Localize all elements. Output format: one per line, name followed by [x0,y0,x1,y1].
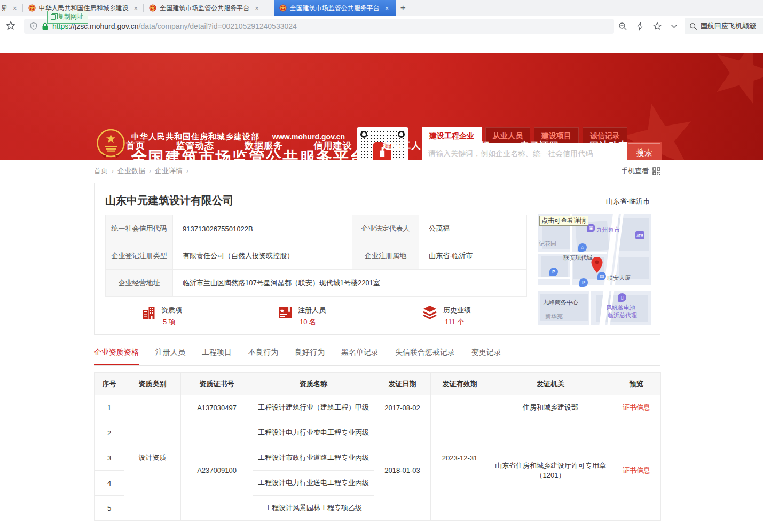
cell-no: 2 [95,420,124,445]
cell-issue-date: 2018-01-03 [374,420,431,521]
certificate-info-link[interactable]: 证书信息 [623,466,650,474]
certificate-info-link[interactable]: 证书信息 [623,403,650,411]
parking-icon: P [579,278,588,287]
browser-tab-active[interactable]: 全国建筑市场监管公共服务平台 × [274,0,396,16]
search-icon [689,22,697,30]
page-content: 首页› 企业数据› 企业详情› 手机查看 山东中元建筑设计有限公司 山东省-临沂… [94,160,660,521]
map-label-battery-1: 风帆蓄电池 [606,304,635,312]
cell-name: 工程设计风景园林工程专项乙级 [253,496,374,521]
emblem-favicon-icon [149,4,156,12]
browser-tab-3[interactable]: 全国建筑市场监管公共服务平台 × [144,0,264,16]
cell-no: 3 [95,445,124,471]
tab-bad-behavior[interactable]: 不良行为 [248,348,278,365]
stat-label: 资质项 [161,306,182,315]
breadcrumb: 首页› 企业数据› 企业详情› 手机查看 [94,160,660,182]
tab-projects[interactable]: 工程项目 [202,348,232,365]
nav-item-workers[interactable]: 建筑工人 [383,139,421,152]
legal-rep-value: 公茂福 [419,215,527,242]
hot-search-box[interactable]: 国航回应飞机颠簸 [685,18,763,34]
map-label-supermarket: 九州超市 [596,226,620,234]
map-tooltip: 点击可查看详情 [539,216,588,226]
bookmark-star-icon[interactable] [5,20,16,31]
copy-url-tooltip: 复制网址 [47,11,88,24]
close-icon[interactable]: × [132,5,138,12]
cell-cert-no: A137030497 [181,395,253,420]
tab-dishonesty[interactable]: 失信联合惩戒记录 [395,348,455,365]
company-card: 山东中元建筑设计有限公司 山东省-临沂市 统一社会信用代码 9137130267… [94,183,660,335]
shield-icon[interactable] [29,22,38,30]
table-row: 1 设计资质 A137030497 工程设计建筑行业（建筑工程）甲级 2017-… [95,395,661,420]
table-header-row: 序号 资质类别 资质证书号 资质名称 发证日期 发证有效期 发证机关 预览 [95,373,661,395]
company-location-pin [591,257,603,273]
cell-authority: 山东省住房和城乡建设厅许可专用章 （1201） [489,420,612,521]
cell-name: 工程设计电力行业送电工程专业丙级 [253,471,374,496]
col-header-authority: 发证机关 [489,373,612,395]
tab-good-behavior[interactable]: 良好行为 [295,348,325,365]
breadcrumb-company-detail[interactable]: 企业详情 [155,166,183,176]
col-header-cert-no: 资质证书号 [181,373,253,395]
chevron-down-icon[interactable] [671,24,678,29]
stat-qualifications[interactable]: 资质项 5 项 [141,305,182,327]
col-header-name: 资质名称 [253,373,374,395]
browser-toolbar: https://jzsc.mohurd.gov.cn/data/company/… [0,16,763,36]
nav-item-e-license[interactable]: 电子证照 [521,139,559,152]
close-icon[interactable]: × [11,5,17,12]
reg-region-label: 企业注册属地 [352,242,419,270]
toolbar-icons [618,19,678,34]
credit-code-value: 91371302675501022B [173,215,352,242]
tab-title: 全国建筑市场监管公共服务平台 [160,4,249,13]
atm-icon: ATM [635,231,644,239]
tab-blacklist[interactable]: 黑名单记录 [341,348,379,365]
residence-pin-icon: ⌂ [578,243,587,252]
stat-registered-personnel[interactable]: 注册人员 10 名 [278,305,326,327]
close-icon[interactable]: × [383,5,389,12]
map-label-business-center: 九峰商务中心 [543,299,578,307]
flash-icon[interactable] [636,22,644,31]
tower-pin-icon: ▤ [597,272,606,280]
layers-icon [422,305,438,320]
nav-item-home[interactable]: 首页 [126,139,145,152]
tab-registered-personnel[interactable]: 注册人员 [155,348,185,365]
url-bar[interactable]: https://jzsc.mohurd.gov.cn/data/company/… [24,19,614,34]
browser-chrome: 界 × 中华人民共和国住房和城乡建设 × 全国建筑市场监管公共服务平台 × 全国… [0,0,763,36]
nav-item-credit[interactable]: 信用建设 [313,139,352,152]
map-label-lianan-tower: 联安大厦 [607,274,631,282]
stat-history-performance[interactable]: 历史业绩 111 个 [422,305,471,327]
breadcrumb-company-data[interactable]: 企业数据 [117,166,145,176]
close-icon[interactable]: × [253,5,259,12]
nav-item-site-news[interactable]: 网站动态 [589,139,628,152]
zoom-out-icon[interactable] [618,22,627,31]
tab-title: 界 [1,4,7,13]
nav-item-data-service[interactable]: 数据服务 [245,139,283,152]
favorite-star-icon[interactable] [652,21,662,31]
stat-label: 历史业绩 [443,306,471,315]
nav-item-supervision[interactable]: 监管动态 [176,139,214,152]
tab-change-records[interactable]: 变更记录 [471,348,501,365]
col-header-category: 资质类别 [124,373,181,395]
emblem-favicon-icon [28,4,36,12]
breadcrumb-home[interactable]: 首页 [94,166,108,176]
stat-label: 注册人员 [298,306,326,315]
company-region: 山东省-临沂市 [606,197,650,206]
mobile-view-button[interactable]: 手机查看 [621,166,660,176]
qr-code-icon [652,167,660,175]
site-banner: 中华人民共和国住房和城乡建设部 www.mohurd.gov.cn 全国建筑市场… [0,53,763,160]
stat-value: 10 名 [298,317,326,327]
company-info-table: 统一社会信用代码 91371302675501022B 企业法定代表人 公茂福 … [105,215,527,297]
copy-icon [51,14,56,20]
url-text: https://jzsc.mohurd.gov.cn/data/company/… [52,22,297,30]
emblem-favicon-icon [279,4,287,12]
parking-icon: P [549,268,558,276]
map-label-battery-2: 临沂总代理 [608,311,637,319]
legal-rep-label: 企业法定代表人 [352,215,419,242]
tab-qualifications[interactable]: 企业资质资格 [94,348,139,365]
location-map[interactable]: 点击可查看详情 ▣ 九州超市 ATM 记花园 ⌂ 联安现代城 ▤ 联安大厦 P … [538,214,651,325]
building-icon [141,305,156,320]
tab-title: 全国建筑市场监管公共服务平台 [290,4,380,13]
map-label-xinhuayuan: 新华苑 [545,312,563,320]
main-navigation: 首页 监管动态 数据服务 信用建设 建筑工人 政策法规 电子证照 网站动态 [94,131,660,160]
browser-tab-1[interactable]: 界 × [0,0,22,16]
new-tab-button[interactable]: + [396,0,411,16]
cell-category: 设计资质 [124,395,181,521]
nav-item-policy[interactable]: 政策法规 [452,139,490,152]
